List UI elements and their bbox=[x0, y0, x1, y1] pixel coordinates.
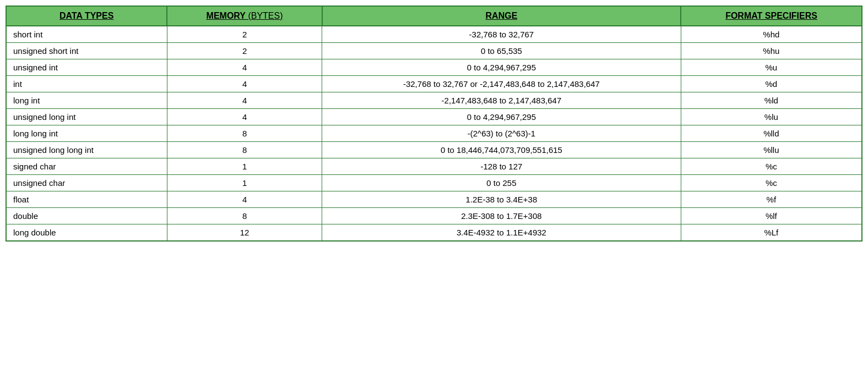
table-header-row: DATA TYPES MEMORY (BYTES) RANGE FORMAT S… bbox=[6, 6, 862, 26]
cell-format-specifier: %u bbox=[681, 59, 862, 76]
cell-range: 0 to 65,535 bbox=[322, 43, 681, 59]
table-row: long int4-2,147,483,648 to 2,147,483,647… bbox=[6, 92, 862, 109]
table-row: signed char1-128 to 127%c bbox=[6, 158, 862, 175]
cell-format-specifier: %f bbox=[681, 191, 862, 208]
cell-range: -(2^63) to (2^63)-1 bbox=[322, 125, 681, 142]
cell-data-type: int bbox=[6, 76, 167, 92]
cell-range: -32,768 to 32,767 bbox=[322, 26, 681, 43]
cell-data-type: float bbox=[6, 191, 167, 208]
cell-format-specifier: %llu bbox=[681, 142, 862, 158]
cell-format-specifier: %Lf bbox=[681, 224, 862, 242]
cell-data-type: unsigned long long int bbox=[6, 142, 167, 158]
cell-range: -32,768 to 32,767 or -2,147,483,648 to 2… bbox=[322, 76, 681, 92]
cell-range: -2,147,483,648 to 2,147,483,647 bbox=[322, 92, 681, 109]
cell-memory: 4 bbox=[167, 191, 322, 208]
table-row: unsigned long long int80 to 18,446,744,0… bbox=[6, 142, 862, 158]
cell-memory: 8 bbox=[167, 208, 322, 224]
cell-format-specifier: %hd bbox=[681, 26, 862, 43]
cell-format-specifier: %d bbox=[681, 76, 862, 92]
table-row: int4-32,768 to 32,767 or -2,147,483,648 … bbox=[6, 76, 862, 92]
cell-data-type: long int bbox=[6, 92, 167, 109]
cell-range: 0 to 255 bbox=[322, 175, 681, 191]
cell-memory: 12 bbox=[167, 224, 322, 242]
cell-memory: 8 bbox=[167, 125, 322, 142]
table-row: long double123.4E-4932 to 1.1E+4932%Lf bbox=[6, 224, 862, 242]
cell-memory: 4 bbox=[167, 92, 322, 109]
table-row: unsigned int40 to 4,294,967,295%u bbox=[6, 59, 862, 76]
cell-data-type: long double bbox=[6, 224, 167, 242]
data-types-table: DATA TYPES MEMORY (BYTES) RANGE FORMAT S… bbox=[6, 6, 862, 242]
cell-format-specifier: %lld bbox=[681, 125, 862, 142]
table-row: unsigned short int20 to 65,535%hu bbox=[6, 43, 862, 59]
table-row: float41.2E-38 to 3.4E+38%f bbox=[6, 191, 862, 208]
cell-format-specifier: %ld bbox=[681, 92, 862, 109]
cell-data-type: unsigned short int bbox=[6, 43, 167, 59]
table-row: double82.3E-308 to 1.7E+308%lf bbox=[6, 208, 862, 224]
cell-range: 0 to 18,446,744,073,709,551,615 bbox=[322, 142, 681, 158]
cell-memory: 2 bbox=[167, 43, 322, 59]
cell-format-specifier: %hu bbox=[681, 43, 862, 59]
cell-data-type: unsigned char bbox=[6, 175, 167, 191]
col-header-range: RANGE bbox=[322, 6, 681, 26]
cell-format-specifier: %lu bbox=[681, 109, 862, 125]
cell-range: 1.2E-38 to 3.4E+38 bbox=[322, 191, 681, 208]
col-header-memory: MEMORY (BYTES) bbox=[167, 6, 322, 26]
cell-format-specifier: %c bbox=[681, 175, 862, 191]
cell-range: 2.3E-308 to 1.7E+308 bbox=[322, 208, 681, 224]
cell-memory: 4 bbox=[167, 109, 322, 125]
cell-format-specifier: %c bbox=[681, 158, 862, 175]
col-header-format-specifiers: FORMAT SPECIFIERS bbox=[681, 6, 862, 26]
cell-memory: 1 bbox=[167, 158, 322, 175]
table-row: short int2-32,768 to 32,767%hd bbox=[6, 26, 862, 43]
cell-range: 3.4E-4932 to 1.1E+4932 bbox=[322, 224, 681, 242]
cell-memory: 4 bbox=[167, 76, 322, 92]
cell-data-type: long long int bbox=[6, 125, 167, 142]
cell-data-type: signed char bbox=[6, 158, 167, 175]
cell-range: 0 to 4,294,967,295 bbox=[322, 109, 681, 125]
cell-memory: 1 bbox=[167, 175, 322, 191]
cell-range: 0 to 4,294,967,295 bbox=[322, 59, 681, 76]
table-row: unsigned long int40 to 4,294,967,295%lu bbox=[6, 109, 862, 125]
cell-data-type: unsigned long int bbox=[6, 109, 167, 125]
cell-range: -128 to 127 bbox=[322, 158, 681, 175]
cell-data-type: double bbox=[6, 208, 167, 224]
table-row: unsigned char10 to 255%c bbox=[6, 175, 862, 191]
cell-data-type: short int bbox=[6, 26, 167, 43]
cell-memory: 2 bbox=[167, 26, 322, 43]
cell-format-specifier: %lf bbox=[681, 208, 862, 224]
col-header-data-types: DATA TYPES bbox=[6, 6, 167, 26]
cell-memory: 8 bbox=[167, 142, 322, 158]
table-row: long long int8-(2^63) to (2^63)-1%lld bbox=[6, 125, 862, 142]
cell-data-type: unsigned int bbox=[6, 59, 167, 76]
cell-memory: 4 bbox=[167, 59, 322, 76]
